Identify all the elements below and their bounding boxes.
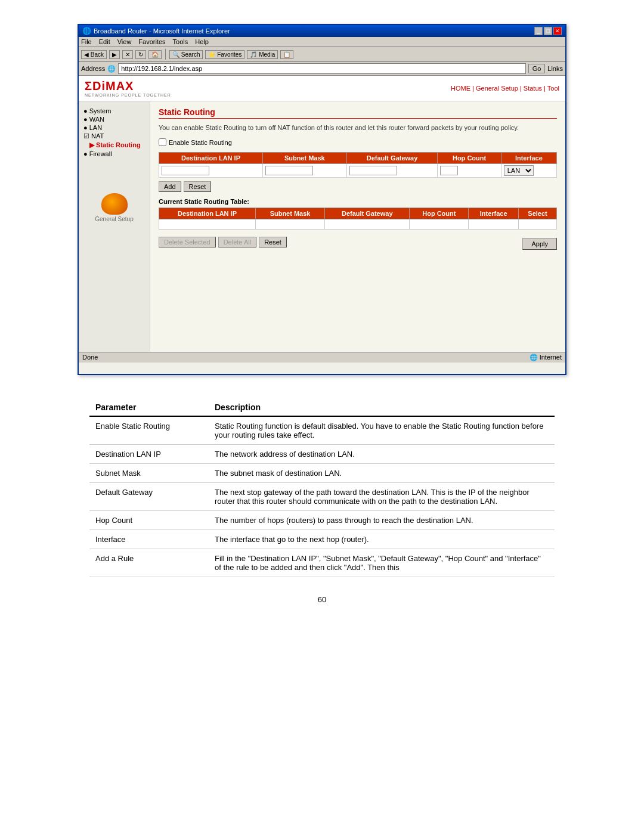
dest-ip-input[interactable] xyxy=(162,166,209,175)
favorites-button[interactable]: ⭐ Favorites xyxy=(205,50,244,59)
stop-button[interactable]: ✕ xyxy=(122,50,133,59)
doc-param-3: Default Gateway xyxy=(89,483,209,511)
router-body: ● System ● WAN ● LAN ☑ NAT ▶ Static Rout… xyxy=(79,101,565,352)
menu-help[interactable]: Help xyxy=(195,38,209,45)
status-left: Done xyxy=(82,354,98,361)
enable-static-routing-label: Enable Static Routing xyxy=(169,139,232,146)
minimize-button[interactable]: _ xyxy=(534,27,543,35)
sidebar: ● System ● WAN ● LAN ☑ NAT ▶ Static Rout… xyxy=(79,101,150,352)
enable-static-routing-checkbox[interactable] xyxy=(159,138,166,146)
sidebar-item-wan[interactable]: ● WAN xyxy=(83,116,145,123)
browser-title-text: Broadband Router - Microsoft Internet Ex… xyxy=(94,27,230,35)
form-header-dest-ip: Destination LAN IP xyxy=(159,153,263,164)
go-button[interactable]: Go xyxy=(528,64,546,73)
media-button[interactable]: 🎵 Media xyxy=(247,50,278,59)
add-button[interactable]: Add xyxy=(159,181,181,192)
form-cell-dest-ip xyxy=(159,164,263,178)
doc-param-2: Subnet Mask xyxy=(89,464,209,483)
form-table: Destination LAN IP Subnet Mask Default G… xyxy=(159,152,557,178)
back-button[interactable]: ◀ Back xyxy=(81,50,107,59)
cur-header-dest-ip: Destination LAN IP xyxy=(159,208,256,219)
search-button[interactable]: 🔍 Search xyxy=(169,50,203,59)
doc-table: Parameter Description Enable Static Rout… xyxy=(89,399,555,577)
refresh-button[interactable]: ↻ xyxy=(135,50,146,59)
cur-cell-1 xyxy=(159,219,256,230)
browser-title: 🌐 Broadband Router - Microsoft Internet … xyxy=(82,27,230,35)
browser-menubar: File Edit View Favorites Tools Help xyxy=(79,37,565,47)
doc-row-6: Add a Rule Fill in the "Destination LAN … xyxy=(89,549,555,577)
reset-button[interactable]: Reset xyxy=(184,181,212,192)
doc-desc-4: The number of hops (routers) to pass thr… xyxy=(209,511,555,530)
general-setup-label: General Setup xyxy=(83,216,145,222)
cur-cell-5 xyxy=(469,219,519,230)
address-bar: Address 🌐 Go Links xyxy=(79,62,565,76)
cur-cell-4 xyxy=(410,219,469,230)
separator-1 xyxy=(165,49,166,60)
doc-row-1: Destination LAN IP The network address o… xyxy=(89,445,555,464)
cur-header-hop: Hop Count xyxy=(410,208,469,219)
delete-row: Delete Selected Delete All Reset xyxy=(159,237,287,247)
doc-desc-5: The interface that go to the next hop (r… xyxy=(209,530,555,549)
close-button[interactable]: ✕ xyxy=(553,27,562,35)
form-input-row: LAN WAN xyxy=(159,164,557,178)
maximize-button[interactable]: □ xyxy=(544,27,552,35)
form-header-subnet: Subnet Mask xyxy=(262,153,346,164)
interface-select[interactable]: LAN WAN xyxy=(504,165,534,176)
window-controls[interactable]: _ □ ✕ xyxy=(534,27,562,35)
router-content: ΣDiMAX NETWORKING PEOPLE TOGETHER HOME |… xyxy=(79,76,565,374)
cur-cell-6 xyxy=(519,219,557,230)
menu-edit[interactable]: Edit xyxy=(99,38,110,45)
sidebar-item-lan[interactable]: ● LAN xyxy=(83,124,145,131)
hop-input[interactable] xyxy=(440,166,458,175)
logo-tagline: NETWORKING PEOPLE TOGETHER xyxy=(85,93,171,97)
doc-desc-0: Static Routing function is default disab… xyxy=(209,416,555,445)
cur-header-select: Select xyxy=(519,208,557,219)
doc-desc-1: The network address of destination LAN. xyxy=(209,445,555,464)
forward-button[interactable]: ▶ xyxy=(109,50,120,59)
address-icon: 🌐 xyxy=(107,65,116,73)
doc-row-4: Hop Count The number of hops (routers) t… xyxy=(89,511,555,530)
browser-icon: 🌐 xyxy=(82,27,91,35)
menu-favorites[interactable]: Favorites xyxy=(138,38,165,45)
doc-row-2: Subnet Mask The subnet mask of destinati… xyxy=(89,464,555,483)
current-routing-table: Destination LAN IP Subnet Mask Default G… xyxy=(159,208,557,230)
action-row: Delete Selected Delete All Reset Apply xyxy=(159,233,557,251)
sidebar-item-static-routing[interactable]: ▶ Static Routing xyxy=(83,141,145,149)
delete-all-button[interactable]: Delete All xyxy=(218,237,256,247)
form-cell-gateway xyxy=(346,164,438,178)
general-setup-icon xyxy=(101,193,128,215)
browser-toolbar: ◀ Back ▶ ✕ ↻ 🏠 🔍 Search ⭐ Favorites 🎵 Me… xyxy=(79,47,565,62)
doc-desc-2: The subnet mask of destination LAN. xyxy=(209,464,555,483)
sidebar-item-system[interactable]: ● System xyxy=(83,107,145,114)
add-reset-row: Add Reset xyxy=(159,181,557,192)
sidebar-item-firewall[interactable]: ● Firewall xyxy=(83,150,145,157)
page-description: You can enable Static Routing to turn of… xyxy=(159,123,557,132)
logo-container: ΣDiMAX NETWORKING PEOPLE TOGETHER xyxy=(85,79,171,97)
page-number: 60 xyxy=(89,595,555,604)
doc-row-3: Default Gateway The next stop gateway of… xyxy=(89,483,555,511)
router-header: ΣDiMAX NETWORKING PEOPLE TOGETHER HOME |… xyxy=(79,76,565,101)
form-header-interface: Interface xyxy=(501,153,556,164)
nav-links[interactable]: HOME | General Setup | Status | Tool xyxy=(451,85,559,92)
address-input[interactable] xyxy=(118,63,525,74)
reset2-button[interactable]: Reset xyxy=(259,237,287,247)
menu-view[interactable]: View xyxy=(117,38,132,45)
current-table-empty-row xyxy=(159,219,557,230)
delete-selected-button[interactable]: Delete Selected xyxy=(159,237,216,247)
status-bar: Done 🌐 Internet xyxy=(79,352,565,363)
edimax-logo: ΣDiMAX xyxy=(85,79,171,93)
links-label: Links xyxy=(547,65,563,72)
gateway-input[interactable] xyxy=(349,166,397,175)
apply-button[interactable]: Apply xyxy=(522,238,557,250)
menu-file[interactable]: File xyxy=(81,38,92,45)
doc-param-1: Destination LAN IP xyxy=(89,445,209,464)
sidebar-item-nat[interactable]: ☑ NAT xyxy=(83,132,145,140)
subnet-input[interactable] xyxy=(265,166,313,175)
history-button[interactable]: 📋 xyxy=(280,50,293,59)
doc-row-5: Interface The interface that go to the n… xyxy=(89,530,555,549)
doc-param-0: Enable Static Routing xyxy=(89,416,209,445)
menu-tools[interactable]: Tools xyxy=(173,38,188,45)
status-right: 🌐 Internet xyxy=(530,354,562,361)
cur-cell-2 xyxy=(256,219,325,230)
home-button[interactable]: 🏠 xyxy=(148,50,162,59)
